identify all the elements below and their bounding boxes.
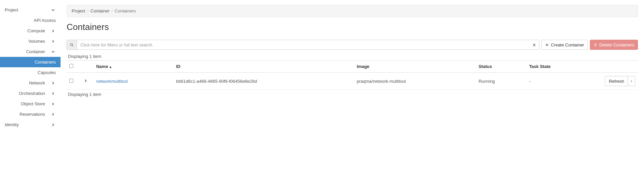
column-header-id[interactable]: ID bbox=[173, 61, 354, 73]
breadcrumb-item-current: Containers bbox=[115, 8, 136, 13]
column-header-task-state[interactable]: Task State bbox=[526, 61, 594, 73]
sidebar-item-containers[interactable]: Containers bbox=[0, 57, 61, 67]
search-icon bbox=[67, 40, 77, 49]
chevron-down-icon bbox=[51, 50, 56, 54]
sidebar-item-label: Object Store bbox=[5, 101, 51, 106]
item-count-top: Displaying 1 item bbox=[68, 54, 638, 59]
sidebar-item-label: Network bbox=[5, 80, 51, 85]
chevron-right-icon bbox=[51, 123, 56, 127]
container-name-link[interactable]: networkmultitool bbox=[96, 79, 128, 84]
search-box bbox=[67, 40, 539, 50]
main-content: Project / Container / Containers Contain… bbox=[61, 0, 644, 130]
chevron-right-icon bbox=[51, 102, 56, 106]
sidebar-item-orchestration[interactable]: Orchestration bbox=[0, 88, 61, 99]
chevron-down-icon bbox=[51, 8, 56, 12]
sidebar-item-label: Volumes bbox=[5, 39, 51, 44]
containers-table: Name▲ ID Image Status Task State bbox=[67, 60, 638, 90]
create-container-button[interactable]: Create Container bbox=[541, 40, 588, 50]
column-header-image[interactable]: Image bbox=[354, 61, 476, 73]
sidebar-item-compute[interactable]: Compute bbox=[0, 26, 61, 36]
row-expand-icon[interactable] bbox=[83, 78, 88, 83]
row-checkbox[interactable] bbox=[69, 79, 73, 83]
page-title: Containers bbox=[67, 22, 638, 32]
sidebar-item-label: Compute bbox=[5, 28, 51, 33]
sidebar-item-container[interactable]: Container bbox=[0, 46, 61, 57]
row-action-group: Refresh bbox=[605, 76, 635, 86]
sidebar-item-label: Containers bbox=[35, 60, 56, 65]
breadcrumb-separator: / bbox=[111, 8, 113, 13]
toolbar: Create Container Delete Containers bbox=[67, 40, 638, 50]
sidebar-item-reservations[interactable]: Reservations bbox=[0, 109, 61, 119]
sidebar-item-label: Project bbox=[5, 7, 51, 12]
sidebar-item-label: API Access bbox=[34, 18, 56, 23]
breadcrumb-item[interactable]: Project bbox=[72, 8, 85, 13]
column-header-status[interactable]: Status bbox=[476, 61, 526, 73]
chevron-right-icon bbox=[51, 39, 56, 43]
sidebar-item-api-access[interactable]: API Access bbox=[0, 15, 61, 26]
trash-icon bbox=[594, 43, 597, 47]
refresh-button[interactable]: Refresh bbox=[605, 76, 628, 86]
plus-icon bbox=[545, 43, 549, 47]
sort-asc-icon: ▲ bbox=[109, 65, 112, 69]
breadcrumb-separator: / bbox=[87, 8, 88, 13]
svg-line-1 bbox=[72, 45, 73, 46]
chevron-right-icon bbox=[51, 112, 56, 116]
sidebar-item-network[interactable]: Network bbox=[0, 78, 61, 88]
container-task-state: - bbox=[526, 73, 594, 90]
item-count-bottom: Displaying 1 item bbox=[68, 92, 638, 97]
breadcrumb-item[interactable]: Container bbox=[90, 8, 109, 13]
sidebar-item-label: Container bbox=[5, 49, 51, 54]
sidebar-item-label: Identity bbox=[5, 122, 51, 127]
clear-search-icon[interactable] bbox=[530, 40, 539, 49]
sidebar-item-project[interactable]: Project bbox=[0, 5, 61, 15]
sidebar-item-volumes[interactable]: Volumes bbox=[0, 36, 61, 46]
sidebar-item-label: Orchestration bbox=[5, 91, 51, 96]
container-image: praqma/network-multitool bbox=[354, 73, 476, 90]
container-status: Running bbox=[476, 73, 526, 90]
row-action-dropdown[interactable] bbox=[628, 76, 635, 86]
search-input[interactable] bbox=[77, 40, 530, 49]
sidebar-item-label: Reservations bbox=[5, 112, 51, 117]
sidebar: Project API Access Compute Volumes Conta… bbox=[0, 0, 61, 130]
chevron-right-icon bbox=[51, 29, 56, 33]
button-label: Delete Containers bbox=[599, 42, 634, 47]
svg-point-0 bbox=[70, 43, 73, 46]
sidebar-item-object-store[interactable]: Object Store bbox=[0, 99, 61, 109]
chevron-right-icon bbox=[51, 92, 56, 96]
table-row: networkmultitool bb61d6c1-a466-4865-90f6… bbox=[67, 73, 638, 90]
chevron-right-icon bbox=[51, 81, 56, 85]
breadcrumb: Project / Container / Containers bbox=[67, 5, 638, 17]
delete-containers-button[interactable]: Delete Containers bbox=[590, 40, 638, 50]
column-header-name[interactable]: Name▲ bbox=[93, 61, 173, 73]
sidebar-item-label: Capsules bbox=[38, 70, 56, 75]
container-id: bb61d6c1-a466-4865-90f6-f06456e8e28d bbox=[173, 73, 354, 90]
select-all-checkbox[interactable] bbox=[69, 64, 73, 68]
sidebar-item-identity[interactable]: Identity bbox=[0, 119, 61, 130]
sidebar-item-capsules[interactable]: Capsules bbox=[0, 67, 61, 78]
button-label: Create Container bbox=[551, 42, 584, 47]
